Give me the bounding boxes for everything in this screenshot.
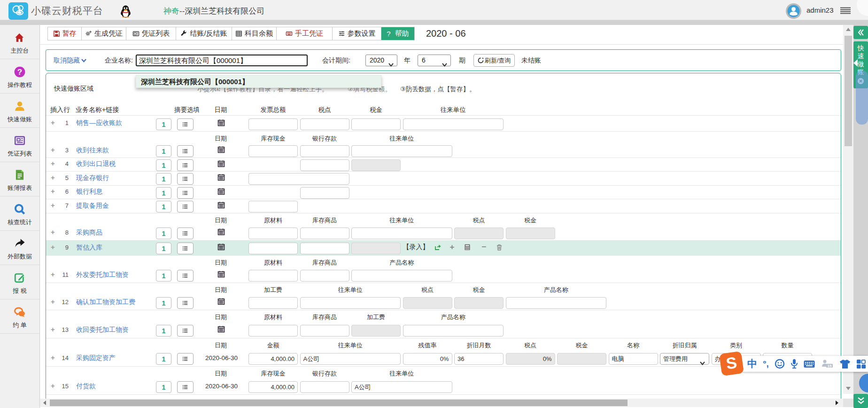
- field-input[interactable]: [248, 270, 298, 282]
- count-box[interactable]: 1: [156, 145, 171, 157]
- field-input[interactable]: 0%: [403, 353, 452, 365]
- summary-menu-button[interactable]: [177, 325, 194, 337]
- calendar-icon[interactable]: [217, 270, 225, 280]
- business-link[interactable]: 收到往来款: [76, 146, 109, 155]
- count-box[interactable]: 1: [156, 270, 171, 282]
- insert-row-icon[interactable]: +: [51, 173, 55, 181]
- field-input[interactable]: [248, 118, 298, 130]
- calendar-icon[interactable]: [217, 243, 225, 252]
- count-box[interactable]: 1: [156, 297, 171, 309]
- insert-row-icon[interactable]: +: [51, 325, 55, 333]
- sidebar-item-7[interactable]: 外部数据: [0, 231, 39, 265]
- field-input[interactable]: [248, 325, 298, 337]
- calendar-icon[interactable]: [217, 228, 225, 237]
- toolbar-button[interactable]: 科目余额: [232, 27, 277, 40]
- month-select[interactable]: 6: [418, 55, 451, 66]
- business-link[interactable]: 提取备用金: [76, 202, 109, 210]
- count-box[interactable]: 1: [156, 228, 171, 239]
- field-input[interactable]: [248, 297, 298, 309]
- app-logo-icon[interactable]: [8, 2, 28, 20]
- keyboard-icon[interactable]: [804, 360, 815, 368]
- horizontal-scroll-thumb[interactable]: [50, 400, 628, 406]
- business-link[interactable]: 外发委托加工物资: [76, 271, 129, 279]
- summary-menu-button[interactable]: [177, 297, 194, 309]
- mic-icon[interactable]: [790, 359, 798, 369]
- sidebar-item-9[interactable]: 约 单: [0, 299, 39, 334]
- count-box[interactable]: 1: [156, 187, 171, 199]
- business-link[interactable]: 收到出口退税: [76, 160, 116, 168]
- field-input[interactable]: [300, 270, 349, 282]
- field-input[interactable]: [351, 118, 401, 130]
- person15-icon[interactable]: 15: [821, 359, 834, 369]
- tshirt-icon[interactable]: [839, 359, 851, 369]
- field-input[interactable]: 4,000.00: [248, 353, 298, 365]
- field-input[interactable]: A公司: [351, 381, 452, 393]
- date-value[interactable]: 2020-06-30: [205, 383, 242, 390]
- field-input[interactable]: [300, 159, 349, 171]
- calendar-icon[interactable]: [217, 325, 225, 335]
- field-input[interactable]: [300, 325, 349, 337]
- sidebar-item-1[interactable]: 主控台: [0, 25, 39, 59]
- calc-icon[interactable]: [464, 243, 471, 251]
- business-link[interactable]: 销售—应收账款: [76, 119, 122, 127]
- field-input[interactable]: 电脑: [609, 353, 658, 365]
- insert-row-icon[interactable]: +: [51, 146, 55, 154]
- insert-row-icon[interactable]: +: [51, 382, 55, 390]
- summary-menu-button[interactable]: [177, 118, 194, 130]
- toolbar-button[interactable]: ?帮助: [381, 27, 414, 40]
- company-name-input[interactable]: 深圳兰芝科技有限公司【000001】: [136, 55, 308, 66]
- insert-row-icon[interactable]: +: [51, 353, 55, 361]
- field-input[interactable]: [300, 145, 349, 157]
- business-link[interactable]: 付货款: [76, 382, 96, 391]
- trash-icon[interactable]: [496, 243, 503, 251]
- field-input[interactable]: [248, 145, 298, 157]
- ime-toolbar[interactable]: 中°,15: [741, 356, 868, 372]
- vertical-scroll-thumb[interactable]: [845, 36, 852, 146]
- summary-menu-button[interactable]: [177, 353, 194, 365]
- business-link[interactable]: 确认加工物资加工费: [76, 298, 135, 306]
- avatar[interactable]: [785, 3, 802, 21]
- collapse-strip-button[interactable]: [853, 26, 868, 39]
- calendar-icon[interactable]: [217, 188, 225, 197]
- toolbar-button[interactable]: 暂存: [48, 27, 82, 40]
- insert-row-icon[interactable]: +: [51, 201, 55, 209]
- insert-row-icon[interactable]: +: [51, 228, 55, 236]
- business-link[interactable]: 采购固定资产: [76, 354, 116, 362]
- field-input[interactable]: [506, 297, 607, 309]
- field-input[interactable]: [351, 145, 452, 157]
- summary-menu-button[interactable]: [177, 243, 194, 254]
- insert-row-icon[interactable]: +: [51, 118, 55, 126]
- field-input[interactable]: [351, 228, 452, 239]
- business-link[interactable]: 收回委托加工物资: [76, 326, 129, 334]
- smiley-icon[interactable]: [775, 359, 785, 369]
- scroll-left-arrow[interactable]: [41, 400, 48, 408]
- field-input[interactable]: [300, 381, 349, 393]
- field-input[interactable]: [248, 173, 349, 185]
- year-select[interactable]: 2020: [365, 55, 397, 66]
- entry-link[interactable]: 【录入】: [403, 243, 429, 251]
- business-link[interactable]: 采购商品: [76, 228, 102, 237]
- sidebar-item-8[interactable]: 报 税: [0, 265, 39, 299]
- summary-menu-button[interactable]: [177, 159, 194, 171]
- count-box[interactable]: 1: [156, 118, 171, 130]
- field-input[interactable]: A公司: [300, 353, 401, 365]
- sidebar-item-6[interactable]: 核查统计: [0, 196, 39, 231]
- summary-menu-button[interactable]: [177, 173, 194, 185]
- ime-lang-icon[interactable]: 中: [747, 357, 757, 370]
- share-icon[interactable]: [434, 243, 442, 251]
- field-input[interactable]: [248, 201, 298, 212]
- field-input[interactable]: [300, 118, 349, 130]
- summary-menu-button[interactable]: [177, 270, 194, 282]
- expand-strip-button[interactable]: [853, 394, 868, 408]
- ime-punct-icon[interactable]: °,: [763, 359, 769, 369]
- toolbar-button[interactable]: 凭证列表: [126, 27, 176, 40]
- qq-icon[interactable]: [120, 5, 131, 20]
- business-link[interactable]: 现金存银行: [76, 174, 109, 182]
- insert-row-icon[interactable]: +: [51, 243, 55, 251]
- field-input[interactable]: [300, 187, 349, 199]
- count-box[interactable]: 1: [156, 381, 171, 393]
- toolbar-button[interactable]: 参数设置: [333, 27, 381, 40]
- scroll-right-arrow[interactable]: [834, 400, 840, 408]
- calendar-icon[interactable]: [217, 119, 225, 128]
- count-box[interactable]: 1: [156, 243, 171, 254]
